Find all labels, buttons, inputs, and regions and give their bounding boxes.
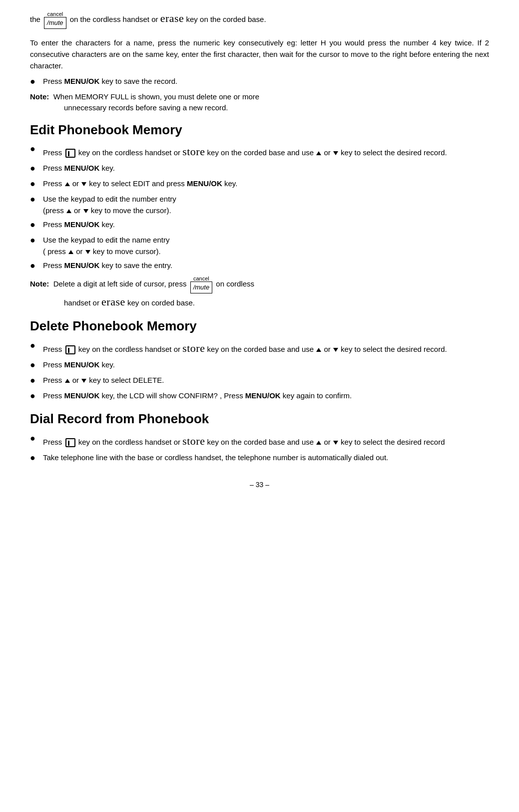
menu-ok-bold: MENU/OK bbox=[64, 77, 100, 85]
bullet-dot: ● bbox=[30, 193, 38, 206]
delete-b1-content: Press key on the cordless handset or sto… bbox=[43, 340, 489, 356]
phonebook-icon bbox=[65, 345, 75, 354]
bullet-dot: ● bbox=[30, 234, 38, 247]
delete-phonebook-heading: Delete Phonebook Memory bbox=[30, 318, 489, 335]
erase-key-edit: erase bbox=[101, 295, 125, 308]
bullet-dot: ● bbox=[30, 259, 38, 272]
edit-bullet-list: ● Press key on the cordless handset or s… bbox=[30, 143, 489, 272]
edit-bullet-5: ● Press MENU/OK key. bbox=[30, 219, 489, 232]
edit-b4-content: Use the keypad to edit the number entry(… bbox=[43, 194, 489, 216]
page-content: the cancel/mute on the cordless handset … bbox=[30, 10, 489, 490]
edit-bullet-4: ● Use the keypad to edit the number entr… bbox=[30, 194, 489, 216]
bullet-dot: ● bbox=[30, 142, 38, 156]
edit-b6-content: Use the keypad to edit the name entry( p… bbox=[43, 235, 489, 257]
cancel-mute-inline: cancel/mute bbox=[44, 11, 66, 29]
menu-ok-bold: MENU/OK bbox=[64, 360, 100, 369]
note-block: Note: When MEMORY FULL is shown, you mus… bbox=[30, 91, 489, 114]
menu-ok-bold2: MENU/OK bbox=[245, 391, 281, 400]
bullet-dot: ● bbox=[30, 374, 38, 387]
dial-b1-content: Press key on the cordless handset or sto… bbox=[43, 433, 489, 449]
note-indent: unnecessary records before saving a new … bbox=[64, 102, 489, 114]
bullet-dot: ● bbox=[30, 339, 38, 352]
arrow-down-icon bbox=[83, 209, 88, 213]
section-dial-record: Dial Record from Phonebook ● Press key o… bbox=[30, 411, 489, 465]
edit-phonebook-heading: Edit Phonebook Memory bbox=[30, 122, 489, 139]
save-bullet-item: ● Press MENU/OK key to save the record. bbox=[30, 76, 489, 88]
bullet-dot: ● bbox=[30, 218, 38, 232]
delete-bullet-list: ● Press key on the cordless handset or s… bbox=[30, 340, 489, 403]
bullet-dot: ● bbox=[30, 177, 38, 191]
edit-bullet-1: ● Press key on the cordless handset or s… bbox=[30, 143, 489, 160]
intro-mid: on the cordless handset or bbox=[68, 15, 160, 23]
edit-bullet-3: ● Press or key to select EDIT and press … bbox=[30, 178, 489, 191]
menu-ok-bold: MENU/OK bbox=[64, 164, 100, 172]
intro-the: the bbox=[30, 15, 42, 23]
arrow-up-icon bbox=[316, 441, 321, 445]
arrow-up-icon bbox=[316, 348, 321, 352]
menu-ok-bold: MENU/OK bbox=[64, 220, 100, 229]
delete-bullet-3: ● Press or key to select DELETE. bbox=[30, 375, 489, 387]
phonebook-icon bbox=[65, 149, 75, 158]
edit-note-block: Note: Delete a digit at left side of cur… bbox=[30, 275, 489, 310]
edit-b3-content: Press or key to select EDIT and press ME… bbox=[43, 178, 489, 190]
edit-cancel-label: cancel bbox=[193, 275, 209, 281]
phonebook-icon bbox=[65, 438, 75, 447]
edit-bullet-2: ● Press MENU/OK key. bbox=[30, 163, 489, 175]
delete-b2-content: Press MENU/OK key. bbox=[43, 359, 489, 371]
delete-bullet-4: ● Press MENU/OK key, the LCD will show C… bbox=[30, 390, 489, 403]
bullet-dot: ● bbox=[30, 162, 38, 175]
bullet-dot: ● bbox=[30, 451, 38, 465]
edit-mute-key: /mute bbox=[190, 281, 213, 293]
dial-bullet-list: ● Press key on the cordless handset or s… bbox=[30, 433, 489, 465]
bullet-dot: ● bbox=[30, 75, 38, 88]
edit-cancel-mute: cancel/mute bbox=[190, 275, 213, 293]
bullet-dot: ● bbox=[30, 389, 38, 403]
dial-b2-content: Take telephone line with the base or cor… bbox=[43, 452, 489, 464]
arrow-up-icon bbox=[66, 209, 71, 213]
arrow-down-icon bbox=[81, 379, 86, 383]
save-bullet-content: Press MENU/OK key to save the record. bbox=[43, 76, 489, 87]
dial-record-heading: Dial Record from Phonebook bbox=[30, 411, 489, 428]
delete-bullet-2: ● Press MENU/OK key. bbox=[30, 359, 489, 372]
store-key-text: store bbox=[182, 342, 205, 354]
arrow-up-icon bbox=[68, 250, 73, 254]
note-label: Note: bbox=[30, 92, 49, 101]
arrow-up-icon bbox=[65, 379, 70, 383]
edit-b7-content: Press MENU/OK key to save the entry. bbox=[43, 260, 489, 271]
page-number: – 33 – bbox=[30, 480, 489, 490]
top-intro: the cancel/mute on the cordless handset … bbox=[30, 10, 489, 29]
delete-b4-content: Press MENU/OK key, the LCD will show CON… bbox=[43, 390, 489, 402]
erase-key-text: erase bbox=[160, 12, 184, 24]
dial-bullet-2: ● Take telephone line with the base or c… bbox=[30, 452, 489, 465]
bullet-dot: ● bbox=[30, 432, 38, 445]
store-key-text: store bbox=[182, 145, 205, 158]
arrow-down-icon bbox=[85, 250, 90, 254]
arrow-down-icon bbox=[333, 348, 338, 352]
arrow-up-icon bbox=[65, 182, 70, 186]
mute-key: /mute bbox=[44, 17, 66, 29]
save-bullet-list: ● Press MENU/OK key to save the record. bbox=[30, 76, 489, 88]
dial-bullet-1: ● Press key on the cordless handset or s… bbox=[30, 433, 489, 449]
paragraph1: To enter the characters for a name, pres… bbox=[30, 37, 489, 72]
store-key-text: store bbox=[182, 435, 205, 447]
edit-note-indent: handset or erase key on corded base. bbox=[64, 293, 489, 310]
edit-b1-content: Press key on the cordless handset or sto… bbox=[43, 143, 489, 160]
menu-ok-bold: MENU/OK bbox=[64, 261, 100, 270]
edit-b5-content: Press MENU/OK key. bbox=[43, 219, 489, 231]
edit-b2-content: Press MENU/OK key. bbox=[43, 163, 489, 174]
arrow-down-icon bbox=[81, 182, 86, 186]
menu-ok-bold: MENU/OK bbox=[64, 391, 100, 400]
arrow-up-icon bbox=[316, 151, 321, 155]
arrow-down-icon bbox=[333, 151, 338, 155]
section-delete-phonebook: Delete Phonebook Memory ● Press key on t… bbox=[30, 318, 489, 403]
delete-b3-content: Press or key to select DELETE. bbox=[43, 375, 489, 386]
intro-post: key on the corded base. bbox=[184, 15, 266, 23]
section-edit-phonebook: Edit Phonebook Memory ● Press key on the… bbox=[30, 122, 489, 310]
edit-bullet-6: ● Use the keypad to edit the name entry(… bbox=[30, 235, 489, 257]
arrow-down-icon bbox=[333, 441, 338, 445]
delete-bullet-1: ● Press key on the cordless handset or s… bbox=[30, 340, 489, 356]
cancel-label: cancel bbox=[47, 11, 63, 17]
bullet-dot: ● bbox=[30, 358, 38, 372]
menu-ok-bold: MENU/OK bbox=[187, 179, 222, 188]
edit-bullet-7: ● Press MENU/OK key to save the entry. bbox=[30, 260, 489, 272]
